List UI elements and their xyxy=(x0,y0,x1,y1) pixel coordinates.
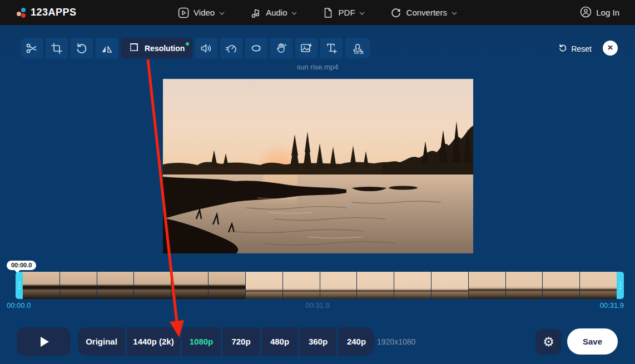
video-preview[interactable] xyxy=(163,79,473,253)
logo-text: 123APPS xyxy=(31,7,77,18)
timeline-thumbnail xyxy=(357,272,394,299)
resolution-option-240p[interactable]: 240p xyxy=(338,327,375,356)
cut-button[interactable] xyxy=(21,38,43,58)
timeline xyxy=(16,272,624,299)
stabilize-button[interactable] xyxy=(270,38,292,58)
timeline-thumbnail xyxy=(209,272,245,299)
user-circle-icon xyxy=(580,6,592,19)
reset-undo-icon xyxy=(558,43,567,54)
save-button[interactable]: Save xyxy=(567,328,618,355)
add-image-icon xyxy=(300,42,313,55)
reset-button[interactable]: Reset xyxy=(558,43,592,54)
add-text-icon xyxy=(325,42,338,55)
add-text-button[interactable] xyxy=(320,38,343,58)
nav-menu: Video Audio PDF xyxy=(178,0,457,25)
rotate-button[interactable] xyxy=(71,38,93,58)
trim-handle-start[interactable] xyxy=(16,272,23,299)
play-icon xyxy=(41,337,49,347)
timeline-mid-time: 00:31.9 xyxy=(305,301,329,310)
editing-toolbar: Resolution xyxy=(21,38,370,58)
music-note-icon xyxy=(250,7,261,18)
top-navigation-bar: 123APPS Video Audio xyxy=(0,0,635,25)
timeline-thumbnail xyxy=(431,272,468,299)
timeline-thumbnail xyxy=(97,272,134,299)
timeline-thumbnail xyxy=(134,272,171,299)
nav-item-video[interactable]: Video xyxy=(178,7,225,18)
rotate-ccw-icon xyxy=(75,42,88,55)
logo[interactable]: 123APPS xyxy=(17,7,77,18)
nav-item-pdf[interactable]: PDF xyxy=(323,7,365,18)
timeline-start-time: 00:00.0 xyxy=(7,301,31,310)
timeline-thumbnail xyxy=(23,272,59,299)
waving-hand-icon xyxy=(275,42,288,55)
resolution-option-1440p[interactable]: 1440p (2k) xyxy=(127,327,180,356)
remove-watermark-icon xyxy=(351,42,365,55)
resolution-option-360p[interactable]: 360p xyxy=(300,327,336,356)
timeline-thumbnail xyxy=(469,272,505,299)
resolution-icon xyxy=(128,42,140,55)
flip-button[interactable] xyxy=(96,38,118,58)
timeline-thumbnail xyxy=(246,272,282,299)
playhead-tooltip: 00:00.0 xyxy=(7,261,36,270)
timeline-thumbnail xyxy=(171,272,208,299)
resolution-option-original[interactable]: Original xyxy=(78,327,125,356)
nav-item-label: Converters xyxy=(406,8,447,17)
timeline-end-time: 00:31.9 xyxy=(600,301,624,310)
nav-item-label: Video xyxy=(194,8,215,17)
chevron-down-icon xyxy=(360,12,365,15)
add-image-button[interactable] xyxy=(295,38,318,58)
nav-item-converters[interactable]: Converters xyxy=(391,7,457,18)
resolution-options: Original 1440p (2k) 1080p 720p 480p 360p… xyxy=(78,327,375,356)
speed-button[interactable] xyxy=(220,38,242,58)
timeline-thumbnails[interactable] xyxy=(23,272,617,299)
reset-label: Reset xyxy=(571,44,592,53)
timeline-thumbnail xyxy=(543,272,579,299)
crop-button[interactable] xyxy=(46,38,68,58)
resolution-label: Resolution xyxy=(145,44,185,53)
play-square-icon xyxy=(178,7,189,18)
volume-button[interactable] xyxy=(195,38,217,58)
resolution-option-480p[interactable]: 480p xyxy=(261,327,298,356)
login-label: Log In xyxy=(596,8,619,17)
output-dimensions: 1920x1080 xyxy=(377,337,415,346)
gear-icon: ⚙ xyxy=(543,335,554,349)
save-label: Save xyxy=(583,337,602,346)
login-button[interactable]: Log In xyxy=(580,6,619,19)
refresh-circle-icon xyxy=(391,7,402,18)
timeline-thumbnail xyxy=(394,272,431,299)
loop-icon xyxy=(250,42,263,55)
volume-icon xyxy=(200,42,213,55)
app-root: 123APPS Video Audio xyxy=(0,0,635,364)
timeline-thumbnail xyxy=(580,272,617,299)
crop-icon xyxy=(50,42,63,55)
remove-watermark-button[interactable] xyxy=(345,38,370,58)
nav-item-audio[interactable]: Audio xyxy=(250,7,297,18)
file-icon xyxy=(323,7,334,18)
speed-icon xyxy=(225,42,238,55)
scissors-icon xyxy=(25,42,38,55)
nav-item-label: Audio xyxy=(266,8,287,17)
close-button[interactable]: × xyxy=(603,41,618,56)
chevron-down-icon xyxy=(219,12,225,15)
chevron-down-icon xyxy=(292,12,297,15)
resolution-option-1080p[interactable]: 1080p xyxy=(182,327,221,356)
resolution-button[interactable]: Resolution xyxy=(121,38,192,58)
close-icon: × xyxy=(608,42,613,53)
resolution-option-720p[interactable]: 720p xyxy=(222,327,260,356)
flip-horizontal-icon xyxy=(100,42,113,55)
chevron-down-icon xyxy=(452,12,457,15)
timeline-thumbnail xyxy=(283,272,320,299)
tooltip-time: 00:00.0 xyxy=(11,262,32,268)
timeline-thumbnail xyxy=(60,272,97,299)
play-button[interactable] xyxy=(17,327,71,356)
active-dot xyxy=(186,42,189,46)
video-filename: sun rise.mp4 xyxy=(0,63,635,71)
logo-dots-icon xyxy=(17,8,26,18)
nav-item-label: PDF xyxy=(339,8,355,17)
timeline-thumbnail xyxy=(320,272,357,299)
loop-button[interactable] xyxy=(245,38,267,58)
settings-button[interactable]: ⚙ xyxy=(535,329,562,355)
trim-handle-end[interactable] xyxy=(617,272,624,299)
timeline-thumbnail xyxy=(506,272,543,299)
